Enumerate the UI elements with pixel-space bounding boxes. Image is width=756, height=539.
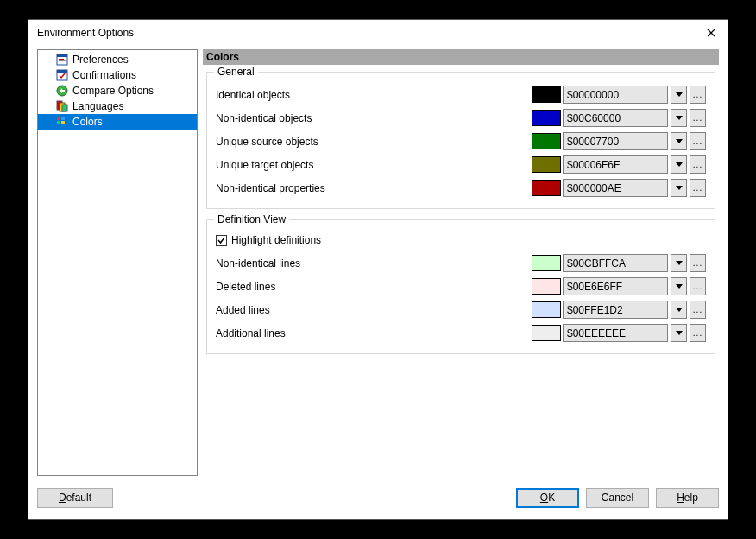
section-header: Colors <box>203 49 719 65</box>
color-row: Additional lines$00EEEEEE... <box>216 321 706 345</box>
more-button[interactable]: ... <box>690 179 706 197</box>
color-row-label: Unique target objects <box>216 159 532 171</box>
svg-rect-9 <box>62 105 67 111</box>
svg-rect-10 <box>57 117 60 120</box>
nav-item-preferences[interactable]: Preferences <box>38 52 197 67</box>
color-row-label: Unique source objects <box>216 136 532 148</box>
color-value[interactable]: $00006F6F <box>563 155 668 174</box>
color-swatch <box>532 301 561 318</box>
color-value[interactable]: $00000000 <box>563 86 668 104</box>
chevron-down-icon[interactable] <box>671 132 687 150</box>
color-row: Non-identical objects$00C60000... <box>216 106 706 130</box>
svg-rect-2 <box>59 59 64 60</box>
chevron-down-icon[interactable] <box>671 254 687 272</box>
nav-item-languages[interactable]: Languages <box>38 98 197 114</box>
svg-rect-3 <box>59 60 66 61</box>
chevron-down-icon[interactable] <box>671 155 687 174</box>
color-row-label: Added lines <box>216 304 532 316</box>
chevron-down-icon[interactable] <box>671 301 687 319</box>
color-row: Unique target objects$00006F6F... <box>216 153 706 176</box>
group-general: General Identical objects$00000000...Non… <box>206 72 715 209</box>
highlight-definitions-checkbox[interactable] <box>216 235 227 246</box>
color-row: Non-identical lines$00CBFFCA... <box>216 251 706 275</box>
more-button[interactable]: ... <box>690 132 706 150</box>
close-icon[interactable] <box>702 23 721 42</box>
nav-label: Colors <box>72 116 103 128</box>
window-title: Environment Options <box>37 27 134 39</box>
client-area: Preferences Confirmations Compare Option… <box>37 49 719 476</box>
more-button[interactable]: ... <box>690 254 706 272</box>
color-value[interactable]: $00CBFFCA <box>563 254 668 272</box>
color-row: Added lines$00FFE1D2... <box>216 298 706 321</box>
nav-item-confirmations[interactable]: Confirmations <box>38 67 197 83</box>
nav-tree: Preferences Confirmations Compare Option… <box>37 49 198 476</box>
svg-rect-1 <box>57 54 67 57</box>
colors-icon <box>55 115 69 129</box>
more-button[interactable]: ... <box>690 324 706 342</box>
nav-item-colors[interactable]: Colors <box>38 114 197 130</box>
button-bar: Default OK Cancel Help <box>37 486 719 509</box>
more-button[interactable]: ... <box>690 277 706 295</box>
confirmations-icon <box>55 68 69 82</box>
svg-rect-11 <box>61 117 65 120</box>
chevron-down-icon[interactable] <box>671 324 687 342</box>
highlight-definitions-row: Highlight definitions <box>216 231 706 250</box>
color-row-label: Non-identical objects <box>216 112 532 124</box>
svg-rect-12 <box>57 121 60 124</box>
more-button[interactable]: ... <box>690 86 706 104</box>
help-button[interactable]: Help <box>656 488 719 508</box>
default-button[interactable]: Default <box>37 488 113 508</box>
dialog: Environment Options Preferences Confirma… <box>28 19 728 520</box>
titlebar: Environment Options <box>28 20 728 46</box>
nav-label: Languages <box>72 100 123 112</box>
color-value[interactable]: $000000AE <box>563 179 668 197</box>
svg-rect-13 <box>61 121 65 124</box>
color-value[interactable]: $00FFE1D2 <box>563 301 668 319</box>
color-swatch <box>532 156 561 173</box>
color-row: Unique source objects$00007700... <box>216 130 706 153</box>
compare-options-icon <box>55 84 69 98</box>
color-row-label: Non-identical lines <box>216 257 532 270</box>
highlight-definitions-label: Highlight definitions <box>231 234 321 246</box>
nav-label: Confirmations <box>72 69 136 81</box>
group-definition-view: Definition View Highlight definitions No… <box>206 219 715 354</box>
preferences-icon <box>55 53 69 67</box>
cancel-button[interactable]: Cancel <box>586 488 649 508</box>
nav-label: Compare Options <box>72 85 154 97</box>
more-button[interactable]: ... <box>690 109 706 127</box>
color-swatch <box>532 255 561 271</box>
color-row-label: Non-identical properties <box>216 182 532 194</box>
color-row: Deleted lines$00E6E6FF... <box>216 275 706 298</box>
color-row-label: Additional lines <box>216 327 532 339</box>
chevron-down-icon[interactable] <box>671 179 687 197</box>
group-legend-defview: Definition View <box>214 213 289 225</box>
languages-icon <box>55 99 69 113</box>
color-value[interactable]: $00E6E6FF <box>563 277 668 295</box>
more-button[interactable]: ... <box>690 155 706 174</box>
color-swatch <box>532 278 561 295</box>
color-swatch <box>532 110 561 126</box>
group-legend-general: General <box>214 66 258 78</box>
nav-item-compare-options[interactable]: Compare Options <box>38 83 197 98</box>
color-row-label: Deleted lines <box>216 281 532 293</box>
color-row-label: Identical objects <box>216 89 532 101</box>
color-swatch <box>532 180 561 196</box>
settings-pane: General Identical objects$00000000...Non… <box>203 65 719 476</box>
color-swatch <box>532 133 561 149</box>
more-button[interactable]: ... <box>690 301 706 319</box>
ok-button[interactable]: OK <box>516 488 579 508</box>
color-value[interactable]: $00EEEEEE <box>563 324 668 342</box>
svg-rect-5 <box>57 70 67 73</box>
content-pane: Colors General Identical objects$0000000… <box>203 49 719 476</box>
color-swatch <box>532 325 561 341</box>
chevron-down-icon[interactable] <box>671 109 687 127</box>
color-row: Identical objects$00000000... <box>216 83 706 106</box>
color-value[interactable]: $00007700 <box>563 132 668 150</box>
chevron-down-icon[interactable] <box>671 277 687 295</box>
color-row: Non-identical properties$000000AE... <box>216 176 706 200</box>
nav-label: Preferences <box>72 54 129 66</box>
color-value[interactable]: $00C60000 <box>563 109 668 127</box>
color-swatch <box>532 86 561 103</box>
chevron-down-icon[interactable] <box>671 86 687 104</box>
